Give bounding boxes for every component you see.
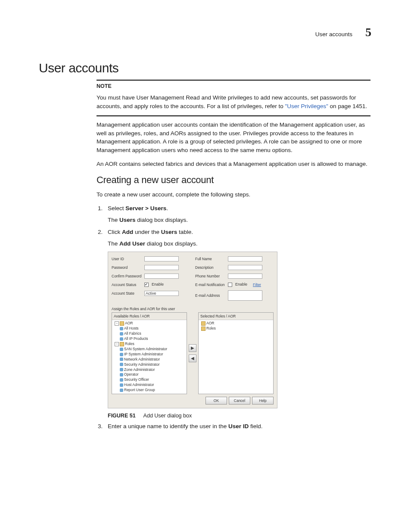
- figure-caption: FIGURE 51Add User dialog box: [108, 412, 371, 420]
- item-icon: [120, 332, 123, 336]
- section-intro: To create a new user account, complete t…: [97, 190, 371, 199]
- selected-roles-header: Selected Roles / AOR: [199, 313, 273, 320]
- selected-aor-node[interactable]: AOR: [206, 321, 214, 325]
- confirm-password-field[interactable]: [144, 274, 179, 279]
- tree-collapse-icon[interactable]: −: [115, 342, 119, 346]
- label-account-state: Account State: [112, 291, 143, 296]
- label-description: Description: [195, 265, 226, 270]
- label-email-address: E-mail Address: [195, 293, 226, 298]
- label-user-id: User ID: [112, 256, 143, 261]
- figure-title: Add User dialog box: [143, 413, 192, 419]
- selected-roles-node[interactable]: Roles: [206, 326, 216, 330]
- step-1-after: .: [166, 205, 168, 212]
- tree-item[interactable]: Host Administrator: [124, 383, 154, 387]
- selected-roles-listbox[interactable]: Selected Roles / AOR AOR Roles: [198, 312, 274, 394]
- page-title: User accounts: [39, 59, 372, 78]
- item-icon: [120, 363, 123, 366]
- account-status-checkbox[interactable]: [144, 283, 149, 287]
- section-title: Creating a new user account: [97, 173, 371, 187]
- folder-icon: [120, 342, 124, 346]
- note-body: You must have User Management Read and W…: [97, 93, 371, 110]
- cancel-button[interactable]: Cancel: [229, 397, 250, 404]
- step-2: Click Add under the Users table. The Add…: [104, 228, 371, 420]
- item-icon: [120, 348, 123, 351]
- tree-item[interactable]: All Fabrics: [124, 331, 141, 336]
- step-1: Select Server > Users. The Users dialog …: [104, 204, 371, 224]
- help-button[interactable]: Help: [252, 397, 274, 404]
- user-privileges-link[interactable]: "User Privileges": [285, 103, 328, 109]
- description-field[interactable]: [228, 265, 262, 270]
- item-icon: [120, 389, 123, 392]
- selected-roles-tree: AOR Roles: [199, 320, 273, 332]
- step-2-sub: The Add User dialog box displays.: [108, 240, 371, 248]
- label-account-status: Account Status: [112, 282, 143, 287]
- body-paragraph-1: Management application user accounts con…: [97, 121, 371, 154]
- tree-item[interactable]: Report User Group: [124, 388, 155, 392]
- step-1-before: Select: [108, 205, 125, 212]
- tree-item[interactable]: Operator: [124, 372, 139, 376]
- item-icon: [120, 358, 123, 361]
- email-notification-checkbox[interactable]: [228, 283, 232, 287]
- tree-item[interactable]: Network Administrator: [124, 357, 160, 361]
- available-roles-tree: −AOR All Hosts All Fabrics All IP Produc…: [112, 320, 187, 393]
- move-right-button[interactable]: ▶: [189, 344, 196, 352]
- rule-bottom: [97, 115, 371, 116]
- tree-item[interactable]: Security Officer: [124, 377, 149, 382]
- step-3: Enter a unique name to identify the user…: [104, 422, 371, 431]
- user-id-field[interactable]: [144, 256, 179, 261]
- note-text-after: on page 1451.: [328, 103, 367, 109]
- account-state-field[interactable]: Active: [144, 291, 179, 296]
- tree-item[interactable]: All Hosts: [124, 326, 139, 330]
- filter-link[interactable]: Filter: [253, 282, 261, 287]
- note-label: NOTE: [97, 82, 371, 90]
- available-roles-node[interactable]: Roles: [125, 342, 134, 346]
- item-icon: [120, 373, 123, 376]
- tree-collapse-icon[interactable]: −: [115, 321, 119, 326]
- tree-item[interactable]: Zone Administrator: [124, 367, 155, 372]
- rule-top: [97, 80, 371, 81]
- item-icon: [120, 327, 123, 330]
- steps-list: Select Server > Users. The Users dialog …: [97, 204, 371, 431]
- available-roles-header: Available Roles / AOR: [112, 313, 187, 320]
- assign-roles-label: Assign the Roles and AOR for this user: [112, 306, 274, 311]
- password-field[interactable]: [144, 265, 179, 270]
- folder-icon: [120, 321, 124, 326]
- step-1-sub: The Users dialog box displays.: [108, 216, 371, 224]
- phone-number-field[interactable]: [228, 274, 262, 279]
- tree-item[interactable]: IP System Administrator: [124, 352, 163, 356]
- label-email-notification: E-mail Notification: [195, 282, 226, 287]
- email-address-field[interactable]: [228, 290, 262, 301]
- folder-icon: [201, 321, 206, 326]
- email-notification-enable-text: Enable: [235, 282, 247, 287]
- item-icon: [120, 353, 123, 356]
- full-name-field[interactable]: [228, 256, 262, 261]
- move-left-button[interactable]: ◀: [189, 355, 196, 362]
- chapter-number: 5: [365, 24, 371, 41]
- available-aor-node[interactable]: AOR: [125, 321, 133, 325]
- tree-item[interactable]: SAN System Administrator: [124, 347, 167, 351]
- ok-button[interactable]: OK: [206, 397, 227, 404]
- body-paragraph-2: An AOR contains selected fabrics and dev…: [97, 160, 371, 168]
- item-icon: [120, 368, 123, 371]
- running-title: User accounts: [315, 30, 352, 39]
- available-roles-listbox[interactable]: Available Roles / AOR −AOR All Hosts All…: [112, 312, 187, 394]
- figure-number: FIGURE 51: [108, 413, 136, 419]
- label-password: Password: [112, 265, 143, 270]
- step-1-bold: Server > Users: [125, 205, 166, 212]
- step-2-before: Click: [108, 229, 122, 235]
- tree-item[interactable]: All IP Products: [124, 336, 148, 341]
- label-phone-number: Phone Number: [195, 274, 226, 279]
- tree-item[interactable]: Security Administrator: [124, 362, 160, 367]
- label-confirm-password: Confirm Password: [112, 274, 143, 279]
- item-icon: [120, 378, 123, 382]
- item-icon: [120, 383, 123, 387]
- item-icon: [120, 337, 123, 341]
- account-status-enable-text: Enable: [152, 282, 164, 287]
- folder-icon: [201, 327, 206, 331]
- label-full-name: Full Name: [195, 256, 226, 261]
- add-user-dialog: User ID Password Confirm Password Accoun…: [108, 252, 277, 408]
